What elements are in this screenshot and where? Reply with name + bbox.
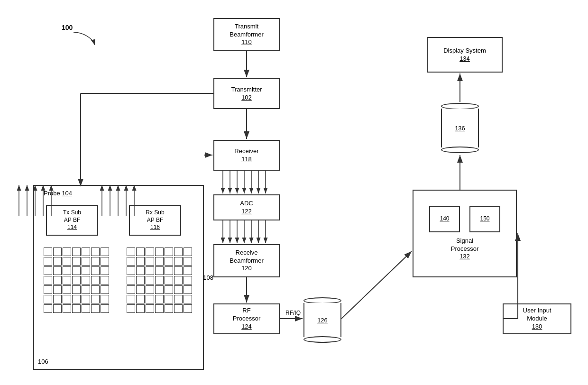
rf-iq-label: RF/IQ — [285, 310, 301, 316]
label-106: 106 — [38, 358, 48, 365]
transmit-beamformer-label: TransmitBeamformer — [230, 23, 264, 39]
svg-line-33 — [341, 251, 412, 319]
db-136-num: 136 — [455, 125, 465, 132]
block-140: 140 — [429, 206, 460, 232]
rf-processor-num: 124 — [241, 323, 252, 331]
tx-sub-num: 114 — [67, 224, 77, 231]
display-system-block: Display System 134 — [427, 37, 503, 73]
rx-grid-array — [127, 248, 192, 313]
rf-processor-block: RFProcessor 124 — [213, 303, 280, 334]
signal-processor-num: 132 — [459, 253, 470, 261]
user-input-label: User InputModule — [523, 307, 551, 323]
adc-label: ADC — [240, 200, 253, 208]
probe-container: Probe 104 Tx SubAP BF 114 Rx SubAP BF 11… — [33, 185, 204, 370]
db-126: 126 — [303, 296, 341, 344]
db-126-num: 126 — [317, 317, 328, 324]
probe-label: Probe 104 — [44, 190, 72, 197]
rf-processor-label: RFProcessor — [233, 307, 261, 323]
tx-sub-label: Tx SubAP BF — [63, 209, 81, 224]
db-136: 136 — [441, 102, 479, 154]
label-108: 108 — [203, 274, 213, 281]
diagram: 100 TransmitBeamformer 110 Transmitter 1… — [0, 0, 588, 385]
receiver-label: Receiver — [234, 147, 258, 156]
receive-beamformer-label: ReceiveBeamformer — [230, 249, 264, 265]
block-150: 150 — [469, 206, 500, 232]
receive-beamformer-num: 120 — [241, 265, 252, 273]
receiver-num: 118 — [241, 156, 252, 164]
ref-100-label: 100 — [62, 24, 73, 31]
rx-sub-num: 116 — [150, 224, 160, 231]
display-system-label: Display System — [443, 47, 486, 55]
transmitter-block: Transmitter 102 — [213, 78, 280, 109]
signal-processor-label: SignalProcessor — [451, 237, 479, 253]
block-150-num: 150 — [480, 215, 489, 223]
user-input-num: 130 — [532, 323, 542, 331]
tx-sub-block: Tx SubAP BF 114 — [46, 205, 98, 236]
adc-num: 122 — [241, 208, 252, 216]
rx-sub-label: Rx SubAP BF — [146, 209, 164, 224]
tx-grid-array — [44, 248, 109, 313]
transmit-beamformer-num: 110 — [241, 38, 252, 46]
receiver-block: Receiver 118 — [213, 140, 280, 171]
display-system-num: 134 — [459, 55, 470, 63]
transmitter-label: Transmitter — [231, 86, 262, 94]
transmit-beamformer-block: TransmitBeamformer 110 — [213, 18, 280, 51]
user-input-block: User InputModule 130 — [503, 303, 571, 334]
receive-beamformer-block: ReceiveBeamformer 120 — [213, 244, 280, 277]
signal-processor-block: 140 150 SignalProcessor 132 — [413, 190, 517, 277]
adc-block: ADC 122 — [213, 194, 280, 220]
rx-sub-block: Rx SubAP BF 116 — [129, 205, 181, 236]
block-140-num: 140 — [440, 215, 449, 223]
transmitter-num: 102 — [241, 94, 252, 102]
